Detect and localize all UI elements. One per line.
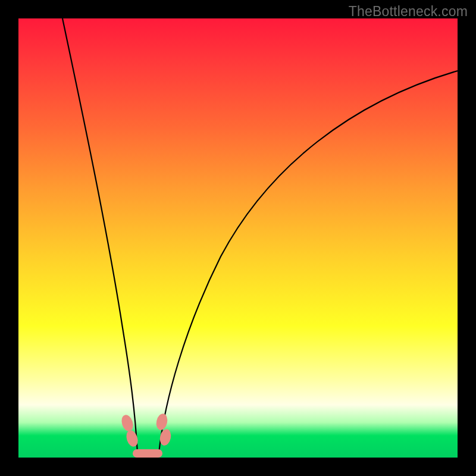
watermark-text: TheBottleneck.com [349,4,468,20]
chart-plot-area [18,18,458,458]
right-curve [159,71,458,453]
blob-left-upper [120,414,135,433]
chart-svg [18,18,458,458]
left-curve [62,18,137,453]
blob-right-upper [155,412,168,431]
blob-bottom-bar [133,449,162,458]
